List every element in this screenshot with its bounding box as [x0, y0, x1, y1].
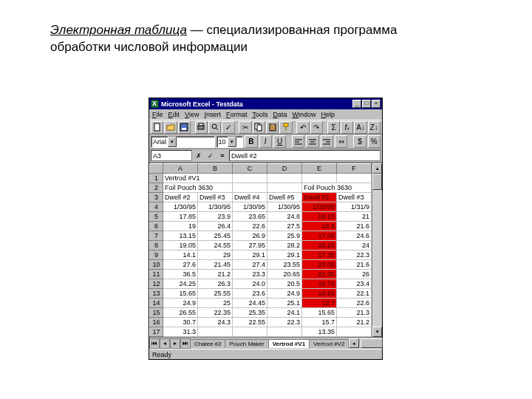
tab-nav-last[interactable]: ⏭ — [180, 338, 191, 349]
cell[interactable]: 15.75 — [302, 279, 337, 289]
column-header[interactable]: B — [198, 164, 233, 174]
cell[interactable]: 17.85 — [163, 212, 198, 222]
confirm-formula-button[interactable]: ✓ — [205, 150, 216, 161]
row-header[interactable]: 9 — [150, 250, 163, 260]
autosum-button[interactable]: Σ — [327, 121, 340, 134]
cell[interactable]: 26.3 — [198, 279, 233, 289]
function-button[interactable]: fₓ — [341, 121, 353, 134]
cell[interactable]: 27.5 — [267, 222, 302, 231]
cell[interactable]: 21.2 — [337, 318, 372, 327]
column-header[interactable]: C — [233, 164, 267, 174]
cell[interactable]: 15.65 — [163, 289, 198, 299]
cell[interactable]: 17.35 — [302, 250, 337, 260]
cell[interactable]: 1/30/95 — [163, 202, 198, 212]
cell[interactable]: 24.1 — [267, 308, 302, 318]
cell[interactable]: 25.1 — [267, 299, 302, 308]
scroll-track[interactable] — [372, 174, 382, 327]
cell[interactable]: 22.3 — [337, 250, 372, 260]
copy-button[interactable] — [253, 121, 265, 134]
cell[interactable]: 24.9 — [163, 299, 198, 308]
cell[interactable]: 25.45 — [198, 231, 233, 241]
font-name-combo[interactable]: Arial — [151, 136, 215, 148]
italic-button[interactable]: I — [259, 135, 272, 148]
menu-format[interactable]: Format — [226, 111, 248, 118]
cell[interactable]: 1/30/95 — [302, 202, 337, 212]
cell[interactable]: 30.7 — [163, 318, 198, 327]
cell[interactable]: 27.6 — [163, 260, 198, 270]
cell[interactable]: Vertrod #V1 — [163, 174, 233, 183]
hscroll-left-button[interactable]: ◂ — [349, 338, 359, 348]
cell[interactable]: 15.7 — [302, 318, 337, 327]
align-right-button[interactable] — [321, 135, 333, 148]
cell[interactable]: 15.25 — [302, 241, 337, 250]
redo-button[interactable]: ↷ — [310, 121, 323, 134]
cell[interactable]: Foil Pouch 3630 — [302, 183, 372, 193]
cell[interactable]: 21.35 — [302, 270, 337, 279]
row-header[interactable]: 12 — [150, 279, 163, 289]
column-header[interactable]: F — [337, 164, 372, 174]
scroll-down-button[interactable]: ▾ — [372, 327, 382, 337]
cell[interactable]: 24.25 — [163, 279, 198, 289]
cell[interactable]: 24.6 — [337, 231, 372, 241]
cell[interactable]: Foil Pouch 3630 — [163, 183, 233, 193]
tab-nav-prev[interactable]: ◂ — [160, 338, 170, 349]
cell[interactable]: 24 — [337, 241, 372, 250]
cell[interactable]: 36.5 — [163, 270, 198, 279]
save-button[interactable] — [178, 121, 191, 134]
cell[interactable]: 23.3 — [233, 270, 267, 279]
cell[interactable]: 21.6 — [337, 260, 372, 270]
cell[interactable]: 13.35 — [302, 327, 337, 337]
minimize-button[interactable]: _ — [352, 100, 361, 108]
cell[interactable]: 22.1 — [337, 289, 372, 299]
cell[interactable] — [267, 174, 302, 183]
cell[interactable]: 25.55 — [198, 289, 233, 299]
sheet-tab[interactable]: Vertrod #V2 — [309, 339, 349, 348]
menu-file[interactable]: File — [152, 111, 163, 118]
cell[interactable]: 25.35 — [233, 308, 267, 318]
row-header[interactable]: 5 — [150, 212, 163, 222]
menu-insert[interactable]: Insert — [204, 111, 221, 118]
cell[interactable]: 29.1 — [233, 250, 267, 260]
cell[interactable]: 22.3 — [267, 318, 302, 327]
row-header[interactable]: 15 — [150, 308, 163, 318]
cell[interactable]: 12.7 — [302, 299, 337, 308]
maximize-button[interactable]: □ — [362, 100, 371, 108]
row-header[interactable]: 8 — [150, 241, 163, 250]
align-center-button[interactable] — [306, 135, 318, 148]
menu-window[interactable]: Window — [292, 111, 316, 118]
menu-view[interactable]: View — [185, 111, 199, 118]
cell[interactable]: 23.55 — [267, 260, 302, 270]
scroll-up-button[interactable]: ▴ — [372, 163, 382, 174]
underline-button[interactable]: U — [273, 135, 286, 148]
sheet-tab[interactable]: Pouch Maker — [225, 339, 268, 348]
cell[interactable]: Dwell #3 — [337, 193, 372, 202]
cell[interactable]: 29 — [198, 250, 233, 260]
cell[interactable] — [233, 183, 267, 193]
hscroll-thumb[interactable] — [361, 338, 383, 348]
cell[interactable]: 1/31/9 — [337, 202, 372, 212]
cell[interactable]: 21.6 — [337, 222, 372, 231]
cell[interactable] — [198, 327, 233, 337]
cell[interactable]: 23.9 — [198, 212, 233, 222]
cell[interactable]: 24.55 — [198, 241, 233, 250]
menu-tools[interactable]: Tools — [252, 111, 267, 118]
row-header[interactable]: 11 — [150, 270, 163, 279]
tab-nav-next[interactable]: ▸ — [170, 338, 180, 349]
scroll-thumb[interactable] — [372, 174, 382, 190]
sheet-tab[interactable]: Chalee #2 — [190, 339, 225, 348]
menu-edit[interactable]: Edit — [168, 111, 180, 118]
cell[interactable]: 22.6 — [233, 222, 267, 231]
cell[interactable]: 25.9 — [267, 231, 302, 241]
spellcheck-button[interactable]: ✓ — [222, 121, 234, 134]
titlebar[interactable]: Microsoft Excel - Testdata _ □ × — [149, 98, 382, 109]
row-header[interactable]: 1 — [150, 174, 163, 183]
cell[interactable]: 21.3 — [337, 308, 372, 318]
cell[interactable]: 26.9 — [233, 231, 267, 241]
cell[interactable]: 27.95 — [233, 241, 267, 250]
row-header[interactable]: 3 — [150, 193, 163, 202]
cell[interactable]: 24.9 — [267, 289, 302, 299]
undo-button[interactable]: ↶ — [296, 121, 309, 134]
cell[interactable]: 24.3 — [198, 318, 233, 327]
select-all-cell[interactable] — [150, 164, 163, 174]
row-header[interactable]: 2 — [150, 183, 163, 193]
